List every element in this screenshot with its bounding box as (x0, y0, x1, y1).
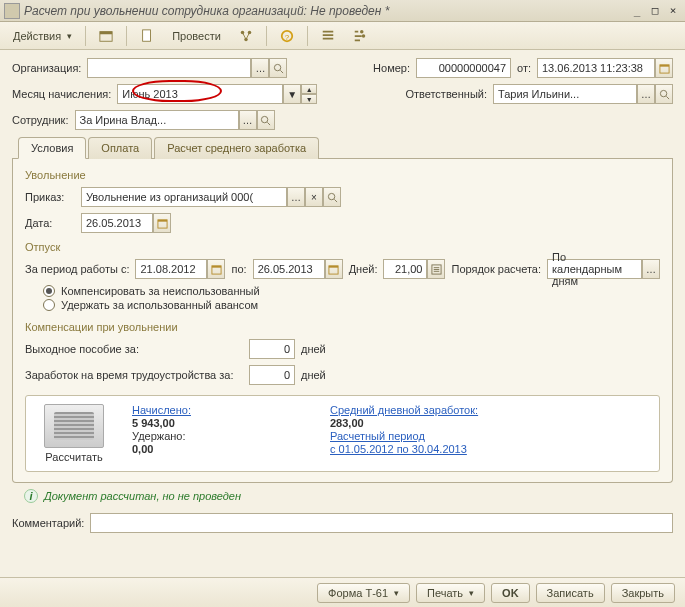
save-button[interactable]: Записать (536, 583, 605, 603)
tab-bar: Условия Оплата Расчет среднего заработка (12, 136, 673, 159)
responsible-label: Ответственный: (405, 88, 487, 100)
responsible-ellipsis[interactable]: … (637, 84, 655, 104)
tab-payment[interactable]: Оплата (88, 137, 152, 159)
close-window-button[interactable]: × (665, 3, 681, 19)
avg-label: Средний дневной заработок: (330, 404, 510, 416)
method-field[interactable]: По календарным дням (547, 259, 642, 279)
svg-rect-25 (329, 265, 338, 267)
withheld-label: Удержано: (132, 430, 312, 442)
calendar-icon[interactable] (153, 213, 171, 233)
svg-rect-13 (659, 64, 668, 66)
status-line: i Документ рассчитан, но не проведен (12, 483, 673, 509)
employee-field[interactable]: За Ирина Влад... (75, 110, 239, 130)
radio-dot-icon (43, 299, 55, 311)
svg-rect-21 (157, 219, 166, 221)
maximize-button[interactable]: □ (647, 3, 663, 19)
tab-average[interactable]: Расчет среднего заработка (154, 137, 319, 159)
close-button[interactable]: Закрыть (611, 583, 675, 603)
days-word: дней (301, 343, 326, 355)
window-title: Расчет при увольнении сотрудника организ… (24, 4, 627, 18)
radio-withhold[interactable]: Удержать за использованный авансом (43, 299, 660, 311)
new-doc-icon[interactable] (133, 26, 161, 46)
order-lookup-icon[interactable] (323, 187, 341, 207)
svg-point-18 (328, 193, 334, 199)
summary-box: Рассчитать Начислено: 5 943,00 Удержано:… (25, 395, 660, 472)
dismissal-date-field[interactable]: 26.05.2013 (81, 213, 153, 233)
calc-icon[interactable] (427, 259, 445, 279)
job-search-label: Заработок на время трудоустройства за: (25, 369, 243, 381)
compensation-section: Компенсации при увольнении (25, 321, 660, 333)
separator (126, 26, 127, 46)
month-spinner[interactable]: ▲▼ (301, 84, 317, 104)
calc-period-link[interactable]: Расчетный период (330, 430, 510, 442)
org-label: Организация: (12, 62, 81, 74)
comment-label: Комментарий: (12, 517, 84, 529)
period-label: За период работы с: (25, 263, 129, 275)
job-search-field[interactable]: 0 (249, 365, 295, 385)
number-label: Номер: (373, 62, 410, 74)
order-field[interactable]: Увольнение из организаций 000( (81, 187, 287, 207)
period-to-label: по: (231, 263, 246, 275)
employee-lookup-icon[interactable] (257, 110, 275, 130)
calendar-icon[interactable] (655, 58, 673, 78)
method-ellipsis[interactable]: … (642, 259, 660, 279)
separator (85, 26, 86, 46)
actions-menu[interactable]: Действия (6, 27, 79, 45)
separator (307, 26, 308, 46)
order-clear-icon[interactable]: × (305, 187, 323, 207)
settings-icon[interactable] (346, 26, 374, 46)
number-field[interactable]: 00000000047 (416, 58, 511, 78)
calendar-icon[interactable] (325, 259, 343, 279)
responsible-field[interactable]: Тария Ильини... (493, 84, 637, 104)
svg-line-11 (280, 70, 283, 73)
order-label: Приказ: (25, 191, 75, 203)
month-label: Месяц начисления: (12, 88, 111, 100)
calculate-button[interactable]: Рассчитать (34, 404, 114, 463)
info-icon: i (24, 489, 38, 503)
print-button[interactable]: Печать (416, 583, 485, 603)
svg-line-19 (334, 199, 337, 202)
tree-icon[interactable] (232, 26, 260, 46)
svg-line-17 (267, 122, 270, 125)
comment-field[interactable] (90, 513, 673, 533)
period-from-field[interactable]: 21.08.2012 (135, 259, 207, 279)
employee-label: Сотрудник: (12, 114, 69, 126)
help-icon[interactable]: ? (273, 26, 301, 46)
radio-compensate-label: Компенсировать за неиспользованный (61, 285, 260, 297)
org-field[interactable] (87, 58, 251, 78)
employee-ellipsis[interactable]: … (239, 110, 257, 130)
svg-point-10 (274, 64, 280, 70)
period-to-field[interactable]: 26.05.2013 (253, 259, 325, 279)
calendar-icon[interactable] (92, 26, 120, 46)
order-ellipsis[interactable]: … (287, 187, 305, 207)
svg-point-14 (660, 90, 666, 96)
separator (266, 26, 267, 46)
svg-point-16 (261, 116, 267, 122)
ok-button[interactable]: OK (491, 583, 530, 603)
minimize-button[interactable]: _ (629, 3, 645, 19)
doc-date-field[interactable]: 13.06.2013 11:23:38 (537, 58, 655, 78)
dismissal-section: Увольнение (25, 169, 660, 181)
post-button[interactable]: Провести (165, 27, 228, 45)
days-word: дней (301, 369, 326, 381)
calc-period-value[interactable]: с 01.05.2012 по 30.04.2013 (330, 443, 510, 455)
calendar-icon[interactable] (207, 259, 225, 279)
tab-conditions[interactable]: Условия (18, 137, 86, 159)
month-field[interactable]: Июнь 2013 (117, 84, 283, 104)
org-ellipsis[interactable]: … (251, 58, 269, 78)
titlebar: Расчет при увольнении сотрудника организ… (0, 0, 685, 22)
org-lookup-icon[interactable] (269, 58, 287, 78)
responsible-lookup-icon[interactable] (655, 84, 673, 104)
days-field[interactable]: 21,00 (383, 259, 427, 279)
severance-field[interactable]: 0 (249, 339, 295, 359)
list-icon[interactable] (314, 26, 342, 46)
app-icon (4, 3, 20, 19)
svg-point-8 (360, 29, 364, 33)
form-t61-button[interactable]: Форма Т-61 (317, 583, 410, 603)
avg-value: 283,00 (330, 417, 510, 429)
conditions-panel: Увольнение Приказ: Увольнение из организ… (12, 159, 673, 483)
severance-label: Выходное пособие за: (25, 343, 243, 355)
svg-rect-2 (143, 29, 151, 40)
month-dropdown-icon[interactable]: ▼ (283, 84, 301, 104)
status-text: Документ рассчитан, но не проведен (44, 490, 241, 502)
